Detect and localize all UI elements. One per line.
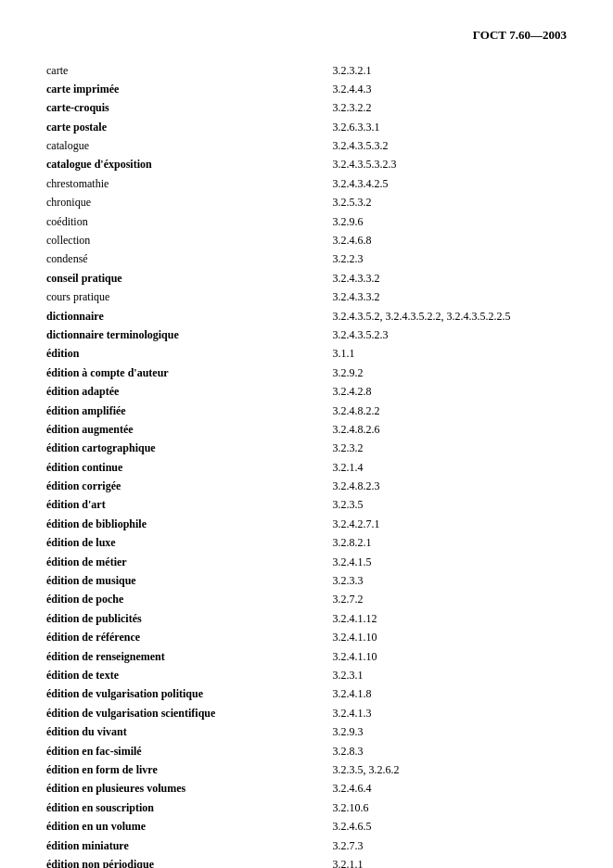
term-cell: édition corrigée bbox=[46, 478, 333, 496]
table-row: édition augmentée3.2.4.8.2.6 bbox=[46, 420, 567, 439]
term-cell: coédition bbox=[46, 212, 333, 231]
table-row: chronique3.2.5.3.2 bbox=[46, 194, 567, 212]
code-cell: 3.2.7.3 bbox=[333, 836, 567, 855]
table-row: édition continue3.2.1.4 bbox=[46, 458, 567, 477]
table-row: édition en souscription3.2.10.6 bbox=[46, 798, 567, 817]
table-row: édition en un volume3.2.4.6.5 bbox=[46, 818, 567, 836]
table-row: édition de luxe3.2.8.2.1 bbox=[46, 534, 567, 553]
code-cell: 3.2.4.1.10 bbox=[333, 647, 567, 666]
code-cell: 3.2.4.6.8 bbox=[333, 232, 567, 250]
code-cell: 3.2.9.6 bbox=[333, 212, 567, 231]
code-cell: 3.2.4.1.8 bbox=[333, 685, 567, 704]
term-cell: édition amplifiée bbox=[46, 402, 333, 420]
term-cell: carte bbox=[46, 61, 333, 80]
table-row: édition cartographique3.2.3.2 bbox=[46, 440, 567, 458]
code-cell: 3.2.4.8.2.3 bbox=[333, 478, 567, 496]
code-cell: 3.2.4.2.8 bbox=[333, 383, 567, 402]
code-cell: 3.2.9.2 bbox=[333, 364, 567, 382]
term-cell: édition en souscription bbox=[46, 798, 333, 817]
table-row: édition de renseignement3.2.4.1.10 bbox=[46, 647, 567, 666]
table-row: édition de musique3.2.3.3 bbox=[46, 572, 567, 591]
term-cell: édition cartographique bbox=[46, 440, 333, 458]
term-cell: dictionnaire bbox=[46, 307, 333, 326]
term-cell: conseil pratique bbox=[46, 269, 333, 287]
code-cell: 3.2.1.1 bbox=[333, 855, 567, 868]
term-cell: édition de musique bbox=[46, 572, 333, 591]
table-row: édition à compte d'auteur3.2.9.2 bbox=[46, 364, 567, 382]
term-cell: édition bbox=[46, 345, 333, 364]
table-row: édition d'art3.2.3.5 bbox=[46, 496, 567, 515]
term-cell: catalogue d'éxposition bbox=[46, 156, 333, 174]
term-cell: carte-croquis bbox=[46, 99, 333, 118]
term-cell: chrestomathie bbox=[46, 174, 333, 193]
term-cell: édition en fac-similé bbox=[46, 742, 333, 760]
table-row: édition de métier3.2.4.1.5 bbox=[46, 553, 567, 571]
code-cell: 3.2.4.3.3.2 bbox=[333, 288, 567, 307]
table-row: édition de texte3.2.3.1 bbox=[46, 667, 567, 685]
code-cell: 3.2.8.2.1 bbox=[333, 534, 567, 553]
code-cell: 3.2.9.3 bbox=[333, 723, 567, 742]
code-cell: 3.2.3.5 bbox=[333, 496, 567, 515]
code-cell: 3.2.4.8.2.6 bbox=[333, 420, 567, 439]
table-row: édition de vulgarisation scientifique3.2… bbox=[46, 704, 567, 722]
code-cell: 3.2.2.3 bbox=[333, 250, 567, 269]
term-cell: édition d'art bbox=[46, 496, 333, 515]
table-row: carte postale3.2.6.3.3.1 bbox=[46, 118, 567, 136]
code-cell: 3.2.6.3.3.1 bbox=[333, 118, 567, 136]
table-row: édition de poche3.2.7.2 bbox=[46, 591, 567, 609]
term-cell: édition en plusieures volumes bbox=[46, 780, 333, 798]
code-cell: 3.2.4.2.7.1 bbox=[333, 515, 567, 533]
table-row: édition de vulgarisation politique3.2.4.… bbox=[46, 685, 567, 704]
table-row: carte imprimée3.2.4.4.3 bbox=[46, 80, 567, 98]
code-cell: 3.2.4.1.3 bbox=[333, 704, 567, 722]
table-row: édition miniature3.2.7.3 bbox=[46, 836, 567, 855]
code-cell: 3.2.3.3 bbox=[333, 572, 567, 591]
code-cell: 3.2.10.6 bbox=[333, 798, 567, 817]
table-row: édition de bibliophile3.2.4.2.7.1 bbox=[46, 515, 567, 533]
term-cell: carte imprimée bbox=[46, 80, 333, 98]
term-cell: édition de vulgarisation scientifique bbox=[46, 704, 333, 722]
term-cell: édition du vivant bbox=[46, 723, 333, 742]
term-cell: édition de référence bbox=[46, 629, 333, 647]
code-cell: 3.2.4.3.5.3.2 bbox=[333, 137, 567, 156]
code-cell: 3.2.3.2 bbox=[333, 440, 567, 458]
table-row: édition de publicités3.2.4.1.12 bbox=[46, 609, 567, 628]
term-cell: édition continue bbox=[46, 458, 333, 477]
table-row: édition en form de livre3.2.3.5, 3.2.6.2 bbox=[46, 760, 567, 779]
table-row: édition en plusieures volumes3.2.4.6.4 bbox=[46, 780, 567, 798]
term-cell: carte postale bbox=[46, 118, 333, 136]
term-cell: chronique bbox=[46, 194, 333, 212]
table-row: édition adaptée3.2.4.2.8 bbox=[46, 383, 567, 402]
term-cell: collection bbox=[46, 232, 333, 250]
page-header: ГОСТ 7.60—2003 bbox=[46, 28, 567, 43]
code-cell: 3.2.1.4 bbox=[333, 458, 567, 477]
term-cell: catalogue bbox=[46, 137, 333, 156]
table-row: dictionnaire terminologique3.2.4.3.5.2.3 bbox=[46, 326, 567, 344]
code-cell: 3.2.7.2 bbox=[333, 591, 567, 609]
code-cell: 3.2.4.8.2.2 bbox=[333, 402, 567, 420]
table-row: carte-croquis3.2.3.2.2 bbox=[46, 99, 567, 118]
term-cell: édition en un volume bbox=[46, 818, 333, 836]
code-cell: 3.2.4.1.10 bbox=[333, 629, 567, 647]
term-cell: édition non périodique bbox=[46, 855, 333, 868]
code-cell: 3.2.5.3.2 bbox=[333, 194, 567, 212]
table-row: dictionnaire3.2.4.3.5.2, 3.2.4.3.5.2.2, … bbox=[46, 307, 567, 326]
code-cell: 3.2.3.5, 3.2.6.2 bbox=[333, 760, 567, 779]
code-cell: 3.2.4.3.5.2.3 bbox=[333, 326, 567, 344]
code-cell: 3.2.4.6.4 bbox=[333, 780, 567, 798]
table-row: carte3.2.3.2.1 bbox=[46, 61, 567, 80]
code-cell: 3.2.8.3 bbox=[333, 742, 567, 760]
document-title: ГОСТ 7.60—2003 bbox=[473, 28, 567, 42]
term-cell: édition miniature bbox=[46, 836, 333, 855]
table-row: édition3.1.1 bbox=[46, 345, 567, 364]
term-cell: dictionnaire terminologique bbox=[46, 326, 333, 344]
table-row: édition en fac-similé3.2.8.3 bbox=[46, 742, 567, 760]
term-cell: édition de vulgarisation politique bbox=[46, 685, 333, 704]
code-cell: 3.2.4.3.4.2.5 bbox=[333, 174, 567, 193]
code-cell: 3.1.1 bbox=[333, 345, 567, 364]
code-cell: 3.2.4.4.3 bbox=[333, 80, 567, 98]
table-row: coédition3.2.9.6 bbox=[46, 212, 567, 231]
code-cell: 3.2.3.1 bbox=[333, 667, 567, 685]
term-cell: cours pratique bbox=[46, 288, 333, 307]
index-table: carte3.2.3.2.1carte imprimée3.2.4.4.3car… bbox=[46, 61, 567, 868]
